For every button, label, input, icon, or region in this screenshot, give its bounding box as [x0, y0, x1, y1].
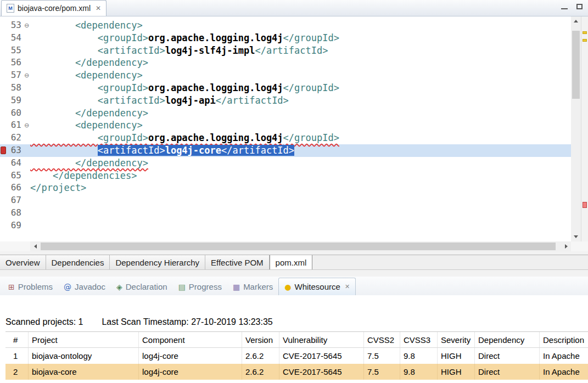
warning-marker[interactable] — [583, 31, 587, 34]
fold-collapse-icon[interactable]: ⊖ — [23, 69, 30, 82]
page-tab-dependency-hierarchy[interactable]: Dependency Hierarchy — [110, 255, 205, 269]
error-marker[interactable] — [583, 202, 587, 208]
code-line[interactable]: 66</project> — [0, 182, 571, 194]
vertical-scrollbar[interactable] — [571, 16, 581, 241]
code-line[interactable]: 63 <artifactId>log4j-core</artifactId> — [0, 144, 571, 157]
line-number[interactable]: 60 — [7, 107, 23, 120]
column-header[interactable]: CVSS2 — [364, 332, 400, 347]
scroll-down-button[interactable] — [571, 232, 581, 241]
line-number[interactable]: 63 — [7, 144, 23, 157]
line-number[interactable]: 55 — [7, 44, 23, 57]
code-line[interactable]: 59 <artifactId>log4j-api</artifactId> — [0, 94, 571, 107]
page-tab-dependencies[interactable]: Dependencies — [46, 255, 110, 269]
tab-close-icon[interactable]: ✕ — [345, 283, 350, 290]
column-header[interactable]: Project — [29, 332, 139, 347]
line-number[interactable]: 58 — [7, 82, 23, 94]
window-controls — [561, 4, 583, 9]
horizontal-scrollbar[interactable] — [30, 241, 571, 251]
line-number[interactable]: 67 — [7, 194, 23, 207]
code-line[interactable]: 58 <groupId>org.apache.logging.log4j</gr… — [0, 82, 571, 94]
table-cell: 9.8 — [400, 364, 438, 380]
table-cell: log4j-core — [139, 348, 242, 364]
code-line[interactable]: 64 </dependency> — [0, 157, 571, 170]
line-number[interactable]: 69 — [7, 219, 23, 232]
column-header[interactable]: Severity — [438, 332, 475, 347]
tab-close-icon[interactable]: ✕ — [96, 4, 101, 12]
code-line[interactable]: 61⊖ <dependency> — [0, 119, 571, 132]
column-header[interactable]: Component — [139, 332, 242, 347]
code-segment — [30, 82, 98, 93]
view-tab-whitesource[interactable]: ●Whitesource✕ — [278, 278, 356, 295]
line-number[interactable]: 65 — [7, 170, 23, 182]
view-tab-declaration[interactable]: ◈Declaration — [111, 278, 173, 295]
code-line[interactable]: 62 <groupId>org.apache.logging.log4j</gr… — [0, 132, 571, 144]
problems-icon: ⊞ — [8, 283, 15, 291]
line-number[interactable]: 68 — [7, 207, 23, 219]
scan-summary: Scanned projects: 1 Last Scan Timestamp:… — [0, 295, 588, 327]
view-tab-markers[interactable]: ▦Markers — [227, 278, 278, 295]
table-row[interactable]: 1biojava-ontologylog4j-core2.6.2CVE-2017… — [5, 348, 588, 364]
page-tab-effective-pom[interactable]: Effective POM — [205, 255, 270, 269]
code-line[interactable]: 53⊖ <dependency> — [0, 19, 571, 32]
whitesource-icon: ● — [284, 283, 291, 291]
code-line[interactable]: 65 </dependencies> — [0, 170, 571, 182]
overview-ruler[interactable] — [581, 16, 588, 251]
table-row[interactable]: 2biojava-corelog4j-core2.6.2CVE-2017-564… — [5, 364, 588, 380]
column-header[interactable]: Vulnerability — [279, 332, 364, 347]
column-header[interactable]: CVSS3 — [400, 332, 438, 347]
maximize-button[interactable] — [576, 4, 583, 9]
view-tab-bar: ⊞Problems@Javadoc◈Declaration▤Progress▦M… — [0, 277, 588, 295]
annotation-gutter — [0, 170, 7, 182]
line-number[interactable]: 57 — [7, 69, 23, 82]
line-number[interactable]: 54 — [7, 32, 23, 44]
scroll-left-button[interactable] — [30, 241, 40, 251]
view-tab-progress[interactable]: ▤Progress — [173, 278, 227, 295]
annotation-gutter — [0, 107, 7, 120]
line-number[interactable]: 66 — [7, 182, 23, 194]
view-tab-problems[interactable]: ⊞Problems — [3, 278, 58, 295]
code-segment: </project> — [30, 182, 86, 193]
view-tab-label: Progress — [189, 282, 222, 291]
column-header[interactable]: # — [5, 332, 29, 347]
minimize-button[interactable] — [561, 4, 568, 9]
code-line[interactable]: 67 — [0, 194, 571, 207]
code-line[interactable]: 55 <artifactId>log4j-slf4j-impl</artifac… — [0, 44, 571, 57]
line-number[interactable]: 56 — [7, 57, 23, 69]
page-tab-pom-xml[interactable]: pom.xml — [270, 255, 313, 269]
xml-editor[interactable]: 53⊖ <dependency>54 <groupId>org.apache.l… — [0, 16, 571, 241]
line-number[interactable]: 59 — [7, 94, 23, 107]
column-header[interactable]: Description — [540, 332, 588, 347]
vertical-scrollbar-thumb[interactable] — [572, 31, 580, 99]
annotation-gutter — [0, 207, 7, 219]
code-text: </dependency> — [30, 107, 571, 120]
code-line[interactable]: 60 </dependency> — [0, 107, 571, 120]
column-header[interactable]: Version — [242, 332, 279, 347]
horizontal-scrollbar-thumb[interactable] — [41, 243, 556, 250]
code-segment: log4j-api — [165, 95, 216, 106]
view-tab-javadoc[interactable]: @Javadoc — [58, 278, 111, 295]
horizontal-scrollbar-row — [0, 241, 588, 251]
line-number[interactable]: 53 — [7, 19, 23, 32]
code-line[interactable]: 56 </dependency> — [0, 57, 571, 69]
column-header[interactable]: Dependency — [475, 332, 540, 347]
code-line[interactable]: 54 <groupId>org.apache.logging.log4j</gr… — [0, 32, 571, 44]
editor-tab-pom-xml[interactable]: M biojava-core/pom.xml ✕ — [1, 0, 107, 16]
code-line[interactable]: 57⊖ <dependency> — [0, 69, 571, 82]
line-number[interactable]: 64 — [7, 157, 23, 170]
arrow-left-icon — [34, 244, 37, 249]
line-number[interactable]: 62 — [7, 132, 23, 144]
scroll-up-button[interactable] — [571, 16, 581, 26]
fold-collapse-icon[interactable]: ⊖ — [23, 119, 30, 132]
code-line[interactable]: 68 — [0, 207, 571, 219]
warning-marker[interactable] — [583, 39, 587, 42]
fold-gutter — [23, 207, 30, 219]
code-segment: <artifactId> — [98, 145, 165, 156]
line-number[interactable]: 61 — [7, 119, 23, 132]
page-tab-overview[interactable]: Overview — [0, 255, 46, 269]
code-line[interactable]: 69 — [0, 219, 571, 232]
editor-tab-bar: M biojava-core/pom.xml ✕ — [0, 0, 588, 16]
view-tab-label: Markers — [243, 282, 273, 291]
scroll-right-button[interactable] — [561, 241, 571, 251]
annotation-gutter — [0, 132, 7, 144]
fold-collapse-icon[interactable]: ⊖ — [23, 19, 30, 32]
